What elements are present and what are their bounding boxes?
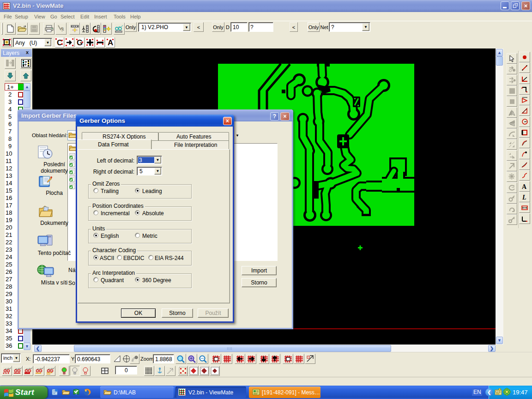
svg-text:?: ? <box>60 26 64 32</box>
svg-text:C: C <box>57 38 62 47</box>
svg-text:A: A <box>522 183 527 190</box>
svg-text:L: L <box>522 194 526 200</box>
